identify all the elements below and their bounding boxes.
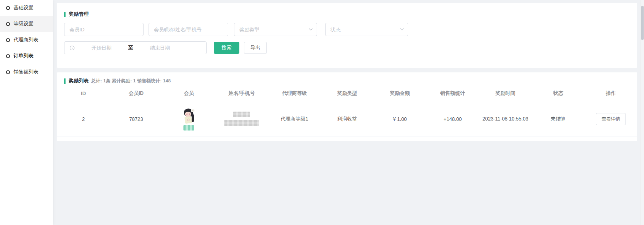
clock-icon [69, 45, 75, 51]
circle-icon [6, 38, 10, 42]
sidebar-item-label: 等级设置 [14, 21, 33, 27]
reward-list-card: 奖励列表 总计: 1条 累计奖励: 1 销售额统计: 148 ID 会员ID 会… [57, 72, 637, 141]
scrollbar-thumb[interactable] [641, 6, 644, 40]
cell-agent-level: 代理商等级1 [268, 116, 321, 122]
cell-sales-total: +148.00 [426, 116, 479, 122]
start-date-input[interactable] [75, 45, 128, 51]
column-header-action: 操作 [585, 90, 637, 97]
reward-type-select-input[interactable] [234, 23, 317, 36]
sidebar-item-label: 销售额列表 [14, 69, 38, 75]
title-accent-bar [64, 12, 66, 17]
sidebar-item-label: 代理商列表 [14, 37, 38, 43]
main-content: 奖励管理 [53, 0, 640, 225]
filter-row-date: 至 搜索 导出 [64, 41, 630, 54]
member-id-input[interactable] [64, 23, 144, 36]
reward-type-select[interactable] [234, 23, 317, 36]
sidebar-item-label: 基础设置 [14, 5, 33, 11]
column-header-reward-time: 奖励时间 [479, 90, 532, 97]
cell-reward-time: 2023-11-08 10:55:03 [479, 115, 532, 122]
sidebar-item-level-settings[interactable]: 等级设置 [0, 16, 53, 32]
export-button[interactable]: 导出 [244, 42, 267, 54]
column-header-status: 状态 [532, 90, 585, 97]
sidebar-item-label: 订单列表 [14, 53, 33, 59]
column-header-id: ID [57, 91, 110, 96]
list-title: 奖励列表 [69, 78, 89, 84]
column-header-member: 会员 [162, 90, 215, 97]
column-header-agent-level: 代理商等级 [268, 90, 321, 97]
blurred-phone [224, 120, 259, 126]
page-title: 奖励管理 [69, 11, 89, 17]
column-header-sales-total: 销售额统计 [426, 90, 479, 97]
list-card-title: 奖励列表 总计: 1条 累计奖励: 1 销售额统计: 148 [57, 78, 637, 84]
date-separator-label: 至 [128, 45, 133, 51]
table-header-row: ID 会员ID 会员 姓名/手机号 代理商等级 奖励类型 奖励金额 销售额统计 … [57, 86, 637, 101]
view-detail-button[interactable]: 查看详情 [596, 113, 626, 125]
blurred-name [233, 112, 250, 117]
sidebar-item-sales-list[interactable]: 销售额列表 [0, 64, 53, 80]
sidebar-item-agent-list[interactable]: 代理商列表 [0, 32, 53, 48]
cell-member-id: 78723 [110, 116, 162, 122]
cell-status: 未结算 [532, 116, 585, 122]
filter-row-inputs [64, 23, 630, 36]
search-button[interactable]: 搜索 [214, 42, 239, 54]
scrollbar-track [640, 0, 644, 225]
cell-reward-amount: ¥ 1.00 [374, 116, 426, 122]
column-header-name-phone: 姓名/手机号 [215, 90, 268, 97]
column-header-reward-amount: 奖励金额 [374, 90, 426, 97]
cell-action: 查看详情 [585, 113, 637, 125]
cell-name-phone [215, 112, 268, 126]
member-tag-blurred [183, 125, 194, 131]
list-summary: 总计: 1条 累计奖励: 1 销售额统计: 148 [91, 78, 171, 84]
cell-id: 2 [57, 116, 110, 122]
member-name-input[interactable] [149, 23, 228, 36]
reward-filter-card: 奖励管理 [57, 3, 637, 68]
date-range-picker[interactable]: 至 [64, 41, 207, 54]
member-avatar [182, 108, 196, 124]
table-row: 2 78723 [57, 101, 637, 137]
circle-icon [6, 6, 10, 10]
status-select-input[interactable] [325, 23, 408, 36]
end-date-input[interactable] [133, 45, 187, 51]
cell-member [162, 108, 215, 131]
filter-card-title: 奖励管理 [64, 11, 630, 17]
title-accent-bar [64, 78, 66, 84]
status-select[interactable] [325, 23, 408, 36]
column-header-reward-type: 奖励类型 [321, 90, 373, 97]
sidebar-item-order-list[interactable]: 订单列表 [0, 48, 53, 64]
column-header-member-id: 会员ID [110, 90, 162, 97]
circle-icon [6, 70, 10, 74]
circle-icon [6, 54, 10, 58]
cell-reward-type: 利润收益 [321, 116, 373, 122]
sidebar-item-basic-settings[interactable]: 基础设置 [0, 0, 53, 16]
circle-icon [6, 22, 10, 26]
sidebar: 基础设置 等级设置 代理商列表 订单列表 销售额列表 [0, 0, 53, 225]
